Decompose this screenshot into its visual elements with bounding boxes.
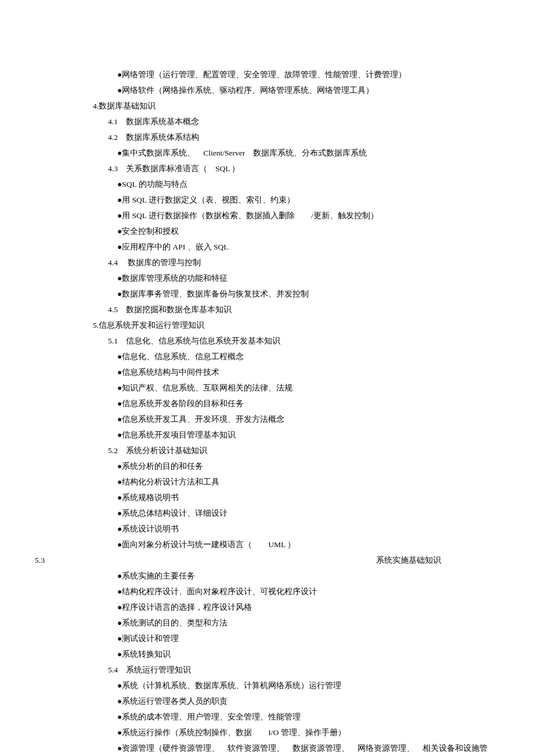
text-line: 4.2 数据库系统体系结构 xyxy=(35,129,499,145)
text-line: ●系统运行管理各类人员的职责 xyxy=(35,693,499,709)
text-line: ●系统规格说明书 xyxy=(35,490,499,505)
text-line: ●系统总体结构设计、详细设计 xyxy=(35,505,499,521)
text-line: ●程序设计语言的选择，程序设计风格 xyxy=(35,599,499,615)
text-line: 5.4 系统运行管理知识 xyxy=(35,662,499,678)
text-line: ●面向对象分析设计与统一建模语言（ UML ） xyxy=(35,537,499,552)
text-line: ●数据库管理系统的功能和特征 xyxy=(35,270,499,286)
text-line: ●结构化程序设计、面向对象程序设计、可视化程序设计 xyxy=(35,584,499,599)
document-body: ●网络管理（运行管理、配置管理、安全管理、故障管理、性能管理、计费管理）●网络软… xyxy=(35,67,499,756)
text-line: ●系统分析的目的和任务 xyxy=(35,458,499,474)
text-line: ●网络软件（网络操作系统、驱动程序、网络管理系统、网络管理工具） xyxy=(35,82,499,98)
section-number: 5.3 xyxy=(35,552,45,568)
text-line: ●系统（计算机系统、数据库系统、计算机网络系统）运行管理 xyxy=(35,678,499,693)
text-line: ●用 SQL 进行数据定义（表、视图、索引、约束） xyxy=(35,192,499,208)
text-line: ●知识产权、信息系统、互联网相关的法律、法规 xyxy=(35,380,499,396)
text-line: 4.4 数据库的管理与控制 xyxy=(35,255,499,270)
text-line: ●信息系统开发各阶段的目标和任务 xyxy=(35,396,499,411)
text-line: ●信息系统开发工具、开发环境、开发方法概念 xyxy=(35,411,499,427)
text-line: ●应用程序中的 API 、嵌入 SQL xyxy=(35,239,499,255)
text-line: 5.1 信息化、信息系统与信息系统开发基本知识 xyxy=(35,333,499,349)
text-line: ●SQL 的功能与特点 xyxy=(35,176,499,192)
text-line: ●系统实施的主要任务 xyxy=(35,568,499,584)
text-line: 5.3系统实施基础知识 xyxy=(35,552,441,568)
text-line: ●信息系统结构与中间件技术 xyxy=(35,364,499,380)
text-line: ●系统测试的目的、类型和方法 xyxy=(35,615,499,631)
text-line: 4.数据库基础知识 xyxy=(35,98,499,114)
text-line: ●测试设计和管理 xyxy=(35,631,499,646)
text-line: 5.2 系统分析设计基础知识 xyxy=(35,443,499,458)
text-line: ●安全控制和授权 xyxy=(35,223,499,239)
text-line: ●用 SQL 进行数据操作（数据检索、数据插入删除 /更新、触发控制） xyxy=(35,208,499,223)
text-line: ●结构化分析设计方法和工具 xyxy=(35,474,499,490)
text-line: ●数据库事务管理、数据库备份与恢复技术、并发控制 xyxy=(35,286,499,302)
text-line: ●系统转换知识 xyxy=(35,646,499,662)
text-line: ●网络管理（运行管理、配置管理、安全管理、故障管理、性能管理、计费管理） xyxy=(35,67,499,82)
text-line: ●信息化、信息系统、信息工程概念 xyxy=(35,349,499,364)
text-line: ●资源管理（硬件资源管理、 软件资源管理、 数据资源管理、 网络资源管理、 相关… xyxy=(35,740,499,756)
text-line: ●集中式数据库系统、 Client/Server 数据库系统、分布式数据库系统 xyxy=(35,145,499,161)
section-title: 系统实施基础知识 xyxy=(376,552,441,568)
text-line: 5.信息系统开发和运行管理知识 xyxy=(35,317,499,333)
text-line: 4.3 关系数据库标准语言（ SQL ） xyxy=(35,161,499,176)
text-line: ●信息系统开发项目管理基本知识 xyxy=(35,427,499,443)
text-line: ●系统的成本管理、用户管理、安全管理、性能管理 xyxy=(35,709,499,725)
text-line: ●系统运行操作（系统控制操作、数据 I/O 管理、操作手册） xyxy=(35,725,499,740)
text-line: ●系统设计说明书 xyxy=(35,521,499,537)
text-line: 4.5 数据挖掘和数据仓库基本知识 xyxy=(35,302,499,317)
text-line: 4.1 数据库系统基本概念 xyxy=(35,114,499,129)
